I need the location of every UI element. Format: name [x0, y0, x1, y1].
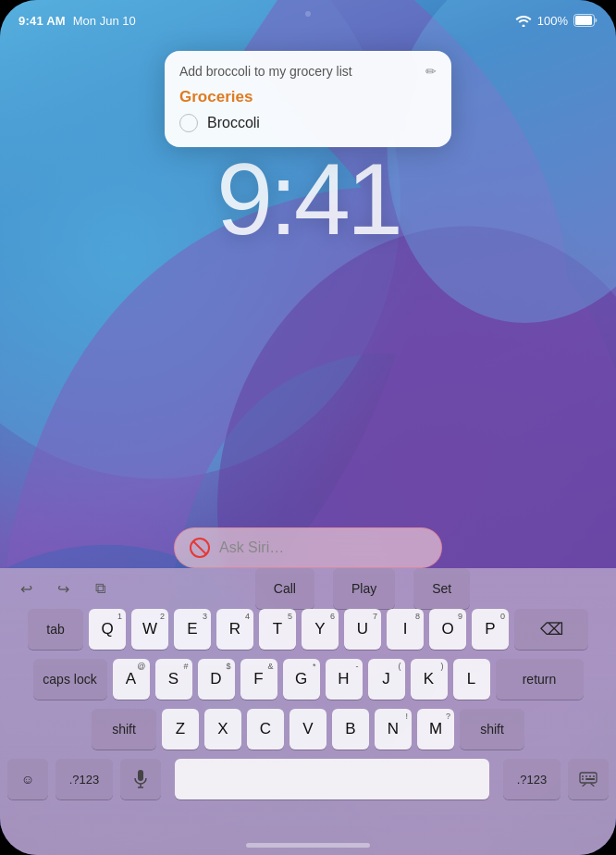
key-row-1: tab Q1 W2 E3 R4 T5 Y6 U7 I8 O9 P0 ⌫	[4, 609, 612, 650]
call-button[interactable]: Call	[255, 568, 314, 609]
keyboard-toolbar: ↩ ↪ ⧉ Call Play Set	[0, 568, 616, 609]
redo-button[interactable]: ↪	[48, 574, 78, 603]
bottom-left: ☺ .?123	[7, 759, 161, 799]
key-row-2: caps lock A@ S# D$ F& G* H- J( K) L retu…	[4, 659, 612, 700]
key-j[interactable]: J(	[368, 659, 405, 700]
key-f[interactable]: F&	[240, 659, 277, 700]
key-row-3: shift Z X C V B N! M? shift	[4, 709, 612, 750]
ipad-frame: 9:41 AM Mon Jun 10 100% 9:41 Add broccol…	[0, 0, 616, 855]
toolbar-actions: Call Play Set	[120, 568, 605, 609]
notification-title: Add broccoli to my grocery list	[179, 64, 352, 79]
key-n[interactable]: N!	[375, 709, 412, 750]
toolbar-icons: ↩ ↪ ⧉	[11, 574, 115, 603]
key-v[interactable]: V	[290, 709, 326, 750]
grocery-item: Broccoli	[179, 114, 437, 132]
battery-icon	[573, 14, 598, 27]
grocery-list-name: Groceries	[179, 88, 437, 106]
status-time: 9:41 AM	[18, 14, 66, 28]
undo-button[interactable]: ↩	[11, 574, 41, 603]
siri-bar[interactable]: Ask Siri…	[174, 527, 442, 568]
key-u-sub: 7	[373, 612, 377, 621]
copy-button[interactable]: ⧉	[85, 574, 115, 603]
key-h-sub: -	[356, 662, 359, 671]
mic-icon	[133, 770, 148, 788]
key-h[interactable]: H-	[326, 659, 363, 700]
key-e[interactable]: E3	[174, 609, 211, 650]
key-g-sub: *	[313, 662, 316, 671]
notification-header: Add broccoli to my grocery list ✏	[179, 64, 437, 79]
key-s[interactable]: S#	[155, 659, 192, 700]
key-a-sub: @	[137, 662, 145, 671]
key-m-sub: ?	[446, 712, 450, 721]
clock-display: 9:41	[0, 148, 616, 250]
key-e-sub: 3	[203, 612, 207, 621]
key-p[interactable]: P0	[472, 609, 509, 650]
key-k[interactable]: K)	[411, 659, 448, 700]
shift-right-key[interactable]: shift	[460, 709, 524, 750]
key-u[interactable]: U7	[344, 609, 381, 650]
key-w[interactable]: W2	[131, 609, 168, 650]
siri-bar-container: Ask Siri…	[0, 527, 616, 568]
key-y[interactable]: Y6	[302, 609, 339, 650]
tab-key[interactable]: tab	[28, 609, 83, 650]
keyboard-icon	[579, 772, 598, 787]
key-d-sub: $	[226, 662, 230, 671]
key-q[interactable]: Q1	[89, 609, 126, 650]
svg-line-7	[193, 541, 206, 554]
key-d[interactable]: D$	[198, 659, 235, 700]
keyboard-switch-key[interactable]	[568, 759, 609, 799]
svg-rect-5	[575, 16, 592, 25]
svg-rect-11	[580, 773, 597, 783]
key-a[interactable]: A@	[113, 659, 150, 700]
mic-key[interactable]	[120, 759, 161, 799]
siri-placeholder: Ask Siri…	[219, 539, 426, 556]
key-t[interactable]: T5	[259, 609, 296, 650]
delete-key[interactable]: ⌫	[514, 609, 588, 650]
status-bar: 9:41 AM Mon Jun 10 100%	[0, 0, 616, 33]
svg-rect-8	[138, 770, 143, 781]
edit-icon[interactable]: ✏	[425, 64, 437, 79]
key-f-sub: &	[267, 662, 273, 671]
status-date: Mon Jun 10	[73, 14, 136, 28]
play-button[interactable]: Play	[333, 568, 395, 609]
clock-time: 9:41	[0, 148, 616, 250]
keyboard-area: ↩ ↪ ⧉ Call Play Set tab Q1 W2 E3 R4 T5 Y…	[0, 568, 616, 855]
key-j-sub: (	[399, 662, 401, 671]
key-o-sub: 9	[458, 612, 462, 621]
key-y-sub: 6	[330, 612, 335, 621]
key-c[interactable]: C	[247, 709, 284, 750]
key-i[interactable]: I8	[387, 609, 424, 650]
wifi-icon	[515, 14, 532, 27]
shift-left-key[interactable]: shift	[92, 709, 156, 750]
key-r-sub: 4	[245, 612, 250, 621]
key-l[interactable]: L	[453, 659, 490, 700]
spacebar-key[interactable]	[175, 759, 489, 799]
key-x[interactable]: X	[204, 709, 241, 750]
bottom-right: .?123	[503, 759, 609, 799]
key-z[interactable]: Z	[162, 709, 199, 750]
item-label: Broccoli	[207, 115, 260, 131]
item-checkbox[interactable]	[179, 114, 198, 132]
top-sensor	[305, 11, 311, 17]
key-b[interactable]: B	[332, 709, 369, 750]
siri-icon	[190, 538, 210, 558]
key-m[interactable]: M?	[417, 709, 454, 750]
key-p-sub: 0	[500, 612, 505, 621]
battery-percentage: 100%	[537, 14, 568, 28]
key-i-sub: 8	[415, 612, 420, 621]
key-o[interactable]: O9	[429, 609, 466, 650]
key-r[interactable]: R4	[216, 609, 253, 650]
return-key[interactable]: return	[496, 659, 584, 700]
key-n-sub: !	[405, 712, 408, 721]
key-s-sub: #	[183, 662, 188, 671]
key-q-sub: 1	[117, 612, 122, 621]
key-g[interactable]: G*	[283, 659, 320, 700]
set-button[interactable]: Set	[413, 568, 470, 609]
keyboard-bottom: ☺ .?123 .?123	[0, 759, 616, 799]
caps-lock-key[interactable]: caps lock	[33, 659, 107, 700]
numeric-key-right[interactable]: .?123	[503, 759, 561, 799]
numeric-key-left[interactable]: .?123	[55, 759, 113, 799]
key-k-sub: )	[441, 662, 444, 671]
notification-card[interactable]: Add broccoli to my grocery list ✏ Grocer…	[165, 51, 451, 147]
emoji-key[interactable]: ☺	[7, 759, 48, 799]
